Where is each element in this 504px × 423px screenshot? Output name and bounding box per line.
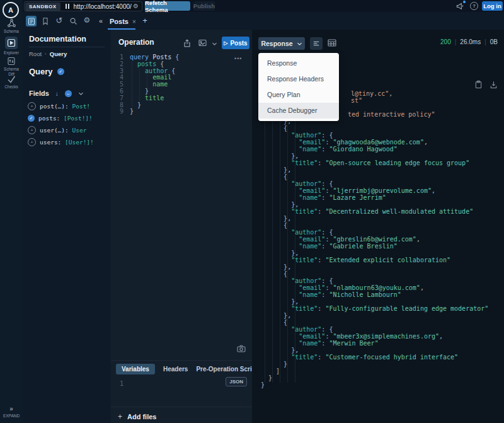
fields-header-row: Fields ↓ – [29, 90, 84, 97]
response-line: { [261, 173, 504, 180]
response-line: }, [261, 312, 504, 319]
explorer-play-icon [5, 37, 18, 49]
add-files-row: + Add files [111, 407, 252, 423]
response-view-dropdown-button[interactable]: Response [258, 37, 305, 50]
editor-bottom-tabs: Variables Headers Pre-Operation Script P… [111, 360, 252, 377]
schema-graph-icon [7, 18, 16, 28]
partial-value-fragment: st" [351, 97, 362, 104]
response-line: "email": "ghagwooda6@webnode.com", [261, 139, 504, 146]
operations-panel-icon[interactable] [26, 16, 37, 26]
sidebar-item-schema-diff[interactable]: Schema Diff [0, 57, 23, 76]
table-view-icon[interactable] [328, 39, 336, 47]
separator: | [455, 38, 457, 45]
field-signature: posts: [Post!]! [38, 115, 93, 122]
endpoint-url-input[interactable]: http://localhost:4000/ [74, 3, 132, 10]
tab-headers[interactable]: Headers [163, 366, 188, 373]
menu-item-query-plan[interactable]: Query Plan [258, 87, 339, 103]
menu-item-response[interactable]: Response [258, 55, 339, 71]
fields-label: Fields [29, 90, 49, 97]
response-line: { [261, 222, 504, 229]
response-line: "title": "Fully-configurable leading edg… [261, 305, 504, 312]
response-line: "author": { [261, 229, 504, 236]
type-selected-check-icon: ✓ [57, 68, 64, 75]
search-icon[interactable] [68, 16, 78, 26]
circle-plus-icon[interactable]: + [28, 138, 36, 146]
connection-settings-gear-icon[interactable]: ⚙ [133, 3, 139, 9]
field-row-post[interactable]: +post(…): Post! [28, 100, 111, 112]
operation-editor[interactable]: 123456789 query Posts { posts { author {… [111, 54, 252, 155]
announcements-megaphone-icon[interactable] [456, 2, 465, 10]
tab-label: Posts [110, 18, 129, 25]
refetch-schema-button[interactable]: Refetch Schema [145, 1, 190, 11]
login-button[interactable]: Log in [482, 1, 503, 11]
sidebar-item-label: Explorer [4, 50, 19, 55]
fields-list: +post(…): Post!✓posts: [Post!]!+user(…):… [28, 100, 111, 148]
save-operation-icon[interactable] [198, 39, 207, 47]
response-line: } [261, 381, 504, 388]
menu-item-response-headers[interactable]: Response Headers [258, 71, 339, 87]
breadcrumb-root[interactable]: Root [29, 50, 42, 57]
type-heading-row: Query ✓ [29, 67, 64, 76]
field-row-posts[interactable]: ✓posts: [Post!]! [28, 112, 111, 124]
tab-pre-operation-script[interactable]: Pre-Operation Script [196, 366, 252, 373]
tab-posts[interactable]: Posts × [110, 15, 136, 28]
field-row-user[interactable]: +user(…): User [28, 124, 111, 136]
response-line: }, [261, 201, 504, 208]
response-line: "title": "Extended explicit collaboratio… [261, 257, 504, 264]
response-line: "author": { [261, 326, 504, 333]
response-line: } [261, 361, 504, 368]
response-line: "email": "nlambourn63@youku.com", [261, 284, 504, 291]
partial-value-fragment: ted interactive policy" [348, 111, 435, 118]
apollo-logo-icon[interactable]: A [3, 2, 19, 18]
response-line: }, [261, 250, 504, 257]
field-row-users[interactable]: +users: [User!]! [28, 136, 111, 148]
close-tab-icon[interactable]: × [132, 18, 136, 25]
new-tab-icon[interactable]: + [140, 15, 150, 25]
response-line: "author": { [261, 132, 504, 139]
circle-plus-icon[interactable]: + [28, 126, 36, 134]
sidebar-item-schema[interactable]: Schema [0, 18, 23, 34]
field-selected-check-icon[interactable]: ✓ [28, 115, 35, 122]
code-line: } [130, 102, 179, 109]
sidebar-item-checks[interactable]: Checks [0, 75, 23, 90]
explorer-toolbar: ↺ ⚙ « Posts × + [23, 12, 504, 30]
json-format-badge[interactable]: JSON [226, 377, 247, 386]
expand-rail-button[interactable]: » EXPAND [0, 405, 23, 419]
operation-title: Operation [118, 38, 154, 47]
response-line: }, [261, 264, 504, 270]
menu-item-cache-debugger[interactable]: Cache Debugger [258, 103, 339, 119]
filter-minus-icon[interactable]: – [65, 90, 72, 97]
help-icon[interactable]: ? [470, 2, 478, 10]
share-icon[interactable] [183, 39, 191, 47]
endpoint-url-box[interactable]: SANDBOX http://localhost:4000/ ⚙ [24, 1, 142, 11]
sidebar-item-explorer[interactable]: Explorer [0, 37, 23, 55]
add-files-button[interactable]: + Add files [118, 413, 156, 420]
run-button-label: Posts [230, 40, 247, 47]
plus-icon: + [118, 414, 122, 420]
line-numbers: 123456789 [111, 54, 123, 115]
tab-variables[interactable]: Variables [116, 364, 155, 374]
collapse-panel-icon[interactable]: « [96, 16, 106, 26]
chevron-down-icon [297, 42, 302, 46]
breadcrumb-separator: › [45, 51, 47, 57]
response-line: "name": "Nicholle Lambourn" [261, 291, 504, 298]
circle-plus-icon[interactable]: + [28, 102, 36, 110]
chevron-down-icon[interactable] [212, 42, 217, 46]
response-line: { [261, 270, 504, 277]
response-line: "author": { [261, 180, 504, 187]
history-icon[interactable]: ↺ [54, 15, 64, 25]
chevron-down-icon[interactable] [78, 91, 84, 96]
sort-arrow-icon[interactable]: ↓ [55, 90, 59, 97]
response-format-icon[interactable] [310, 37, 323, 50]
response-line: { [261, 319, 504, 326]
settings-gear-icon[interactable]: ⚙ [82, 15, 92, 25]
screenshot-camera-icon[interactable] [237, 345, 246, 352]
response-line: ] [261, 368, 504, 374]
run-operation-button[interactable]: ▷ Posts [222, 37, 249, 49]
bookmark-icon[interactable] [40, 16, 50, 26]
response-line: } [261, 374, 504, 381]
response-line: "title": "Decentralized well-modulated a… [261, 208, 504, 215]
response-line: }, [261, 347, 504, 354]
expand-label: EXPAND [0, 414, 23, 419]
field-signature: users: [User!]! [40, 139, 94, 146]
